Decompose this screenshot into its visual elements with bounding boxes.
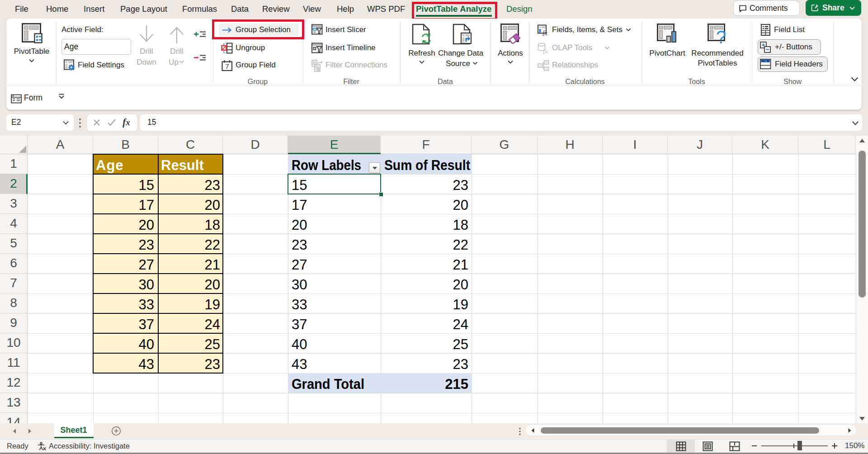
svg-text:7: 7 — [225, 62, 229, 70]
svg-text:fx: fx — [543, 47, 548, 54]
svg-text:?: ? — [716, 27, 726, 45]
svg-text:fx: fx — [542, 29, 547, 36]
